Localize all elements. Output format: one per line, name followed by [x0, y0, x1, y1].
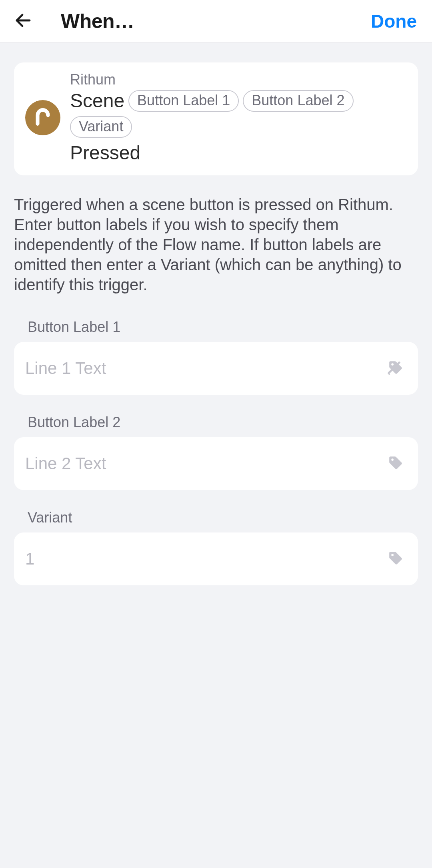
tag-picker-button[interactable]: [384, 452, 407, 475]
input-wrap: [14, 532, 418, 585]
field-variant: Variant: [14, 509, 418, 585]
tag-icon: [387, 454, 404, 473]
field-label: Variant: [14, 509, 418, 532]
arrow-left-icon: [14, 11, 33, 32]
tag-icon: [387, 359, 404, 378]
chip-variant[interactable]: Variant: [70, 116, 132, 138]
trigger-card[interactable]: Rithum Scene Button Label 1 Button Label…: [14, 62, 418, 175]
form: Button Label 1 Button Label 2: [14, 295, 418, 585]
tag-picker-button[interactable]: [384, 357, 407, 380]
button-label-1-input[interactable]: [25, 342, 384, 395]
app-icon: [25, 100, 60, 135]
trigger-description: Triggered when a scene button is pressed…: [14, 175, 418, 295]
tag-icon: [387, 550, 404, 568]
back-button[interactable]: [3, 1, 43, 41]
header: When… Done: [0, 0, 432, 42]
field-button-label-2: Button Label 2: [14, 414, 418, 490]
input-wrap: [14, 437, 418, 490]
app-name-label: Rithum: [70, 71, 407, 88]
trigger-word-scene: Scene: [70, 90, 124, 112]
field-label: Button Label 1: [14, 319, 418, 342]
svg-point-2: [391, 458, 394, 461]
variant-input[interactable]: [25, 532, 384, 585]
svg-point-3: [391, 554, 394, 556]
field-button-label-1: Button Label 1: [14, 319, 418, 395]
chip-button-label-2[interactable]: Button Label 2: [243, 90, 353, 112]
chip-button-label-1[interactable]: Button Label 1: [128, 90, 239, 112]
trigger-card-body: Rithum Scene Button Label 1 Button Label…: [70, 71, 407, 164]
tag-picker-button[interactable]: [384, 548, 407, 570]
input-wrap: [14, 342, 418, 395]
svg-point-1: [391, 363, 394, 366]
trigger-summary: Scene Button Label 1 Button Label 2 Vari…: [70, 90, 407, 164]
done-button[interactable]: Done: [363, 10, 425, 32]
field-label: Button Label 2: [14, 414, 418, 437]
content: Rithum Scene Button Label 1 Button Label…: [0, 42, 432, 585]
rithum-logo-icon: [32, 106, 53, 129]
trigger-word-pressed: Pressed: [70, 142, 403, 164]
button-label-2-input[interactable]: [25, 437, 384, 490]
page-title: When…: [43, 10, 363, 33]
